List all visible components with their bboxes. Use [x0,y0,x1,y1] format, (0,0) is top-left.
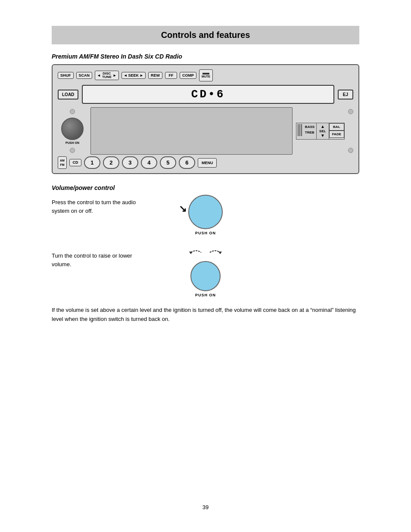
corner-circle-bottom-left [70,148,75,153]
page-header: Controls and features [52,26,359,44]
svg-marker-0 [189,252,193,254]
preset-1-button[interactable]: 1 [84,156,100,169]
preset-2-button[interactable]: 2 [103,156,119,169]
turn-vol-text: Turn the control to raise or lower volum… [52,248,149,268]
turn-vol-section: Turn the control to raise or lower volum… [52,248,359,297]
rew-button[interactable]: REW [148,72,162,79]
svg-marker-1 [218,252,222,254]
seek-label: SEEK [128,73,139,78]
shuf-button[interactable]: SHUF [58,72,74,79]
press-arrow-icon: ↘ [179,203,187,215]
disc-tune-right-arrow: ► [113,73,117,78]
ff-button[interactable]: FF [165,72,177,79]
disc-tune-left-arrow: ◄ [97,73,101,78]
radio-panel: SHUF SCAN ◄ DISCTUNE ► ◄ SEEK ► REW FF C… [52,64,359,174]
mute-label: MUTE [202,75,210,78]
corner-circle-top-left [70,109,75,114]
preset-3-button[interactable]: 3 [122,156,138,169]
volume-knob-area: PUSH ON [58,114,87,148]
press-vol-text: Press the control to turn the audio syst… [52,195,149,215]
press-vol-knob [188,195,223,229]
disc-tune-label: DISCTUNE [102,72,112,79]
volume-knob[interactable] [61,118,84,140]
fade-button[interactable]: FADE [329,131,344,138]
sel-label: SEL [319,129,326,133]
push-on-label-small: PUSH ON [65,141,79,144]
bal-button[interactable]: BAL [329,123,344,131]
preset-5-button[interactable]: 5 [160,156,176,169]
ej-button[interactable]: EJ [338,90,353,100]
turn-push-on-label: PUSH ON [195,293,216,297]
radio-subtitle: Premium AM/FM Stereo In Dash Six CD Radi… [52,53,359,60]
menu-button[interactable]: MENU [198,158,217,168]
treb-label: TREB [305,130,314,135]
turn-vol-knob [190,261,221,291]
preset-6-button[interactable]: 6 [179,156,195,169]
radio-bottom-row: AMFM CD 1 2 3 4 5 6 MENU [58,156,353,169]
down-button[interactable]: ▼ [321,133,325,138]
corner-circle-bottom-right [348,148,353,153]
radio-cd-row: LOAD CD•6 EJ [58,85,353,104]
page-number: 39 [0,504,411,510]
turn-left-arrow-icon [187,248,205,257]
turn-right-arrow-icon [206,248,224,257]
seek-left-arrow: ◄ [124,73,128,78]
press-vol-section: Press the control to turn the audio syst… [52,195,359,235]
bass-label: BASS [305,124,314,130]
up-button[interactable]: ▲ [321,124,325,129]
press-vol-diagram: ↘ PUSH ON [188,195,223,235]
seek-button[interactable]: ◄ SEEK ► [121,72,146,79]
bottom-paragraph: If the volume is set above a certain lev… [52,306,359,324]
volume-section-title: Volume/power control [52,184,359,191]
page-title: Controls and features [52,30,359,40]
comp-button[interactable]: COMP [180,72,196,79]
corner-circle-top-right [348,109,353,114]
preset-4-button[interactable]: 4 [141,156,157,169]
cd-display: CD•6 [82,85,334,104]
mute-icon [202,73,209,75]
bass-lines [296,123,303,139]
am-fm-button[interactable]: AMFM [58,156,67,168]
press-push-on-label: PUSH ON [195,231,216,235]
radio-display-area [90,107,293,155]
radio-top-row: SHUF SCAN ◄ DISCTUNE ► ◄ SEEK ► REW FF C… [58,69,353,81]
scan-button[interactable]: SCAN [76,72,93,79]
seek-right-arrow: ► [140,73,143,78]
load-button[interactable]: LOAD [58,90,78,100]
turn-vol-diagram: PUSH ON [184,248,227,297]
cd-mode-button[interactable]: CD [69,159,81,166]
disc-tune-button[interactable]: ◄ DISCTUNE ► [95,71,119,80]
mute-button[interactable]: MUTE [199,69,213,81]
